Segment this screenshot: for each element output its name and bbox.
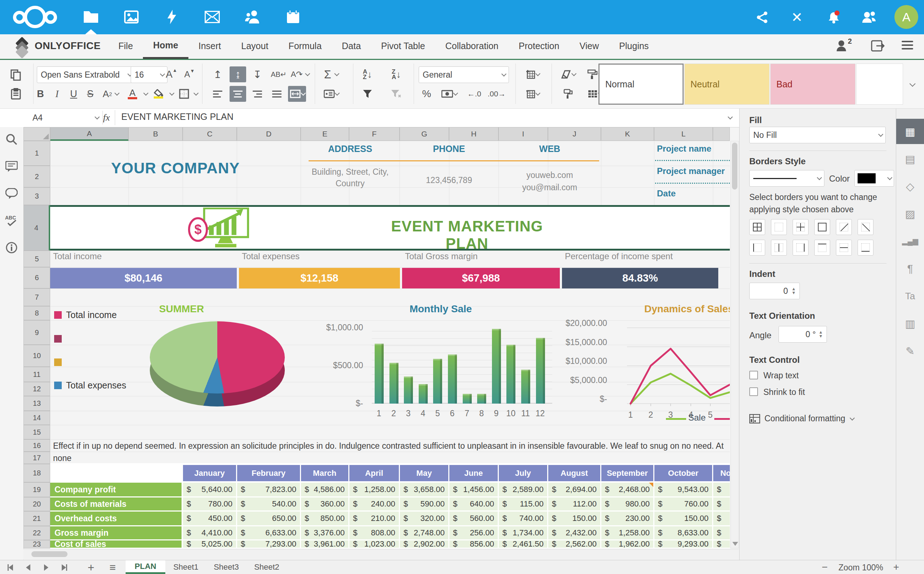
avatar[interactable]: A: [894, 5, 918, 29]
font-size-combo[interactable]: 16: [131, 66, 167, 83]
row-header-23[interactable]: 23: [24, 540, 50, 548]
app-icon-mail[interactable]: [201, 6, 223, 28]
align-center-icon[interactable]: [230, 86, 246, 102]
month-header-April[interactable]: April: [349, 465, 399, 481]
app-icon-files[interactable]: [80, 6, 102, 28]
month-header-May[interactable]: May: [400, 465, 448, 481]
shrink-to-fit-checkbox[interactable]: [749, 387, 758, 396]
about-icon[interactable]: [4, 240, 19, 255]
table-row-label-2[interactable]: Overhead costs: [50, 511, 181, 525]
bar-8[interactable]: [477, 394, 486, 404]
row-header-19[interactable]: 19: [24, 482, 50, 497]
shape-settings-icon[interactable]: ◇: [896, 173, 924, 199]
table-cell[interactable]: $5,025.00: [183, 541, 236, 548]
bar-3[interactable]: [404, 377, 413, 404]
row-header-14[interactable]: 14: [24, 411, 50, 425]
styles-gallery-arrow[interactable]: [905, 78, 919, 91]
bar-11[interactable]: [521, 370, 530, 404]
open-file-location-icon[interactable]: [870, 39, 885, 54]
menu-pivot-table[interactable]: Pivot Table: [371, 34, 435, 58]
sheet-tab-PLAN[interactable]: PLAN: [126, 560, 165, 574]
bar-2[interactable]: [389, 363, 398, 404]
horizontal-scrollbar-thumb[interactable]: [31, 551, 68, 557]
align-left-icon[interactable]: [209, 86, 226, 102]
table-cell[interactable]: $8,633.00: [654, 526, 712, 539]
notifications-icon[interactable]: [824, 8, 843, 27]
wrap-text-checkbox[interactable]: [749, 371, 758, 379]
copy-icon[interactable]: [8, 68, 24, 82]
spellcheck-icon[interactable]: ABC: [4, 213, 19, 228]
comments-icon[interactable]: [4, 159, 19, 173]
table-row-label-0[interactable]: Company profit: [50, 483, 181, 497]
textart-settings-icon[interactable]: Ta: [896, 283, 924, 309]
app-icon-calendar[interactable]: [282, 6, 304, 28]
angle-spinner-arrows-icon[interactable]: ▲▼: [819, 330, 823, 338]
row-header-20[interactable]: 20: [24, 497, 50, 511]
last-sheet-icon[interactable]: [57, 563, 71, 572]
valign-middle-icon[interactable]: ↨: [230, 66, 246, 82]
table-cell[interactable]: $4,410.00: [183, 526, 236, 539]
column-header-E[interactable]: E: [301, 127, 349, 141]
row-header-1[interactable]: 1: [24, 141, 50, 166]
border-style-select[interactable]: [749, 170, 824, 187]
share-icon[interactable]: [753, 8, 772, 27]
month-header-October[interactable]: October: [654, 465, 712, 481]
table-cell[interactable]: $112.00: [548, 497, 600, 511]
border-button-all[interactable]: [749, 219, 765, 235]
table-cell[interactable]: $760.00: [654, 497, 712, 511]
month-header-January[interactable]: January: [183, 465, 236, 481]
bar-9[interactable]: [492, 329, 501, 404]
fill-color-arrow[interactable]: [167, 86, 175, 102]
clear-filter-icon[interactable]: [387, 86, 406, 102]
angle-spinner[interactable]: 0 ° ▲▼: [779, 326, 827, 342]
valign-bottom-icon[interactable]: ↧: [249, 66, 266, 82]
clear-icon[interactable]: [557, 66, 580, 82]
bar-12[interactable]: [536, 338, 545, 404]
fill-select[interactable]: No Fill: [749, 127, 886, 144]
table-cell[interactable]: $540.00: [237, 497, 300, 511]
table-row-label-4[interactable]: Cost of sales: [50, 541, 181, 548]
column-header-D[interactable]: D: [237, 127, 301, 141]
border-button-left[interactable]: [749, 240, 765, 255]
image-settings-icon[interactable]: ▨: [896, 201, 924, 226]
border-button-inside[interactable]: [793, 219, 809, 235]
border-button-right[interactable]: [793, 240, 809, 255]
wrap-text-icon[interactable]: AB↵: [269, 66, 288, 82]
currency-style-icon[interactable]: [438, 86, 461, 102]
cell-style-Normal[interactable]: Normal: [598, 63, 684, 105]
table-cell[interactable]: $1,258.00: [601, 526, 653, 539]
table-cell[interactable]: $780.00: [183, 497, 236, 511]
column-header-C[interactable]: C: [183, 127, 237, 141]
row-header-9[interactable]: 9: [24, 320, 50, 345]
chart-settings-icon[interactable]: ▂▄▆: [896, 229, 924, 254]
row-header-7[interactable]: 7: [24, 289, 50, 306]
table-cell-partial[interactable]: $: [713, 526, 730, 539]
table-settings-icon[interactable]: ▤: [896, 146, 924, 172]
row-header-22[interactable]: 22: [24, 526, 50, 540]
decrease-font-icon[interactable]: A▼: [181, 66, 198, 82]
month-header-March[interactable]: March: [301, 465, 348, 481]
contacts-menu-icon[interactable]: [860, 8, 878, 27]
table-cell[interactable]: $4,586.00: [301, 483, 348, 497]
table-cell[interactable]: $210.00: [349, 511, 399, 525]
sort-asc-icon[interactable]: AZ↓: [358, 66, 377, 82]
menu-collaboration[interactable]: Collaboration: [435, 34, 508, 58]
table-row-label-3[interactable]: Gross margin: [50, 526, 181, 539]
month-header-February[interactable]: February: [237, 465, 300, 481]
table-cell[interactable]: $850.00: [301, 511, 348, 525]
named-ranges-icon[interactable]: [320, 86, 342, 102]
table-cell[interactable]: $650.00: [237, 511, 300, 525]
bar-4[interactable]: [419, 384, 428, 404]
delete-cells-icon[interactable]: [521, 86, 544, 102]
row-header-13[interactable]: 13: [24, 396, 50, 411]
table-row-label-1[interactable]: Costs of materials: [50, 497, 181, 511]
column-header-G[interactable]: G: [400, 127, 449, 141]
table-cell[interactable]: $740.00: [499, 511, 547, 525]
paste-icon[interactable]: [8, 87, 24, 101]
table-cell[interactable]: $2,468.00: [601, 483, 653, 497]
cell-style-blank[interactable]: [856, 63, 903, 105]
table-cell[interactable]: $2,461.50: [499, 541, 547, 548]
bar-6[interactable]: [448, 355, 457, 404]
vertical-scrollbar-thumb[interactable]: [732, 143, 737, 189]
row-header-12[interactable]: 12: [24, 382, 50, 396]
